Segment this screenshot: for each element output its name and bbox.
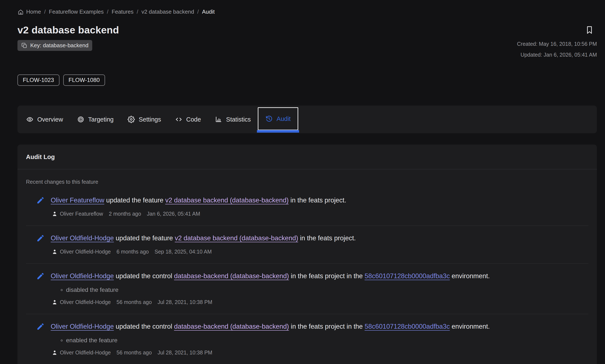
- breadcrumb-item-featureflow-examples[interactable]: Featureflow Examples: [49, 9, 104, 15]
- meta-timestamp: Jan 6, 2026, 05:41 AM: [147, 211, 200, 217]
- audit-log-subtitle: Recent changes to this feature: [26, 179, 588, 185]
- tab-label: Targeting: [88, 116, 114, 123]
- tab-overview[interactable]: Overview: [19, 105, 70, 133]
- tab-bar: OverviewTargetingSettingsCodeStatisticsA…: [17, 105, 597, 133]
- tag-flow-1080[interactable]: FLOW-1080: [63, 75, 105, 86]
- target-icon: [77, 116, 84, 123]
- code-icon: [175, 116, 182, 123]
- audit-entry-text-fragment: updated the feature: [104, 196, 165, 204]
- user-link[interactable]: Oliver Oldfield-Hodge: [51, 272, 114, 280]
- title-row: v2 database backend: [17, 24, 597, 36]
- bookmark-icon: [585, 25, 593, 35]
- meta-age: 2 months ago: [109, 211, 141, 217]
- audit-entry-detail-text: enabled the feature: [66, 337, 117, 344]
- audit-entry: Oliver Oldfield-Hodge updated the contro…: [26, 314, 588, 364]
- tab-code[interactable]: Code: [168, 105, 208, 133]
- audit-entry-meta: Oliver Featureflow 2 months ago Jan 6, 2…: [52, 211, 588, 217]
- breadcrumb-item-features[interactable]: Features: [112, 9, 134, 15]
- audit-log-body: Recent changes to this feature Oliver Fe…: [17, 169, 597, 364]
- eye-icon: [26, 116, 33, 123]
- breadcrumb-label: Featureflow Examples: [49, 9, 104, 15]
- audit-entry-meta-user: Oliver Oldfield-Hodge: [52, 350, 111, 356]
- breadcrumb-label: Home: [26, 9, 41, 15]
- breadcrumb: Home/Featureflow Examples/Features/v2 da…: [17, 0, 597, 15]
- audit-entry-text-fragment: environment.: [450, 272, 490, 280]
- bullet-icon: [61, 339, 63, 341]
- tab-settings[interactable]: Settings: [121, 105, 168, 133]
- pencil-icon: [36, 196, 45, 205]
- meta-timestamp: Sep 18, 2025, 04:10 AM: [155, 249, 212, 255]
- bookmark-button[interactable]: [585, 25, 593, 35]
- feature-link[interactable]: v2 database backend (database-backend): [165, 196, 289, 204]
- audit-entry-text-fragment: updated the control: [114, 323, 174, 330]
- audit-entry-main: Oliver Oldfield-Hodge updated the contro…: [36, 322, 588, 331]
- breadcrumb-item-home[interactable]: Home: [17, 9, 41, 15]
- bullet-icon: [61, 289, 63, 291]
- audit-entry-text-fragment: updated the feature: [114, 234, 175, 242]
- audit-entry-detail: enabled the feature: [61, 337, 588, 344]
- audit-entry-text-fragment: environment.: [450, 323, 490, 330]
- tab-audit[interactable]: Audit: [258, 107, 298, 130]
- audit-entry: Oliver Oldfield-Hodge updated the contro…: [26, 263, 588, 314]
- audit-entry-meta: Oliver Oldfield-Hodge 6 months ago Sep 1…: [52, 249, 588, 255]
- feature-link[interactable]: v2 database backend (database-backend): [175, 234, 298, 242]
- timestamps: Created: May 16, 2018, 10:56 PM Updated:…: [517, 41, 597, 58]
- page-title: v2 database backend: [17, 24, 119, 36]
- meta-user-name: Oliver Featureflow: [60, 211, 103, 217]
- audit-entry-meta: Oliver Oldfield-Hodge 56 months ago Jul …: [52, 299, 588, 305]
- breadcrumb-item-v2-database-backend[interactable]: v2 database backend: [141, 9, 194, 15]
- audit-entry-text-fragment: in the feats project.: [298, 234, 356, 242]
- breadcrumb-label: Audit: [202, 9, 215, 15]
- gear-icon: [128, 116, 135, 123]
- audit-entry-text-fragment: updated the control: [114, 272, 174, 280]
- meta-age: 56 months ago: [117, 299, 152, 305]
- breadcrumb-separator: /: [197, 9, 199, 15]
- history-icon: [265, 115, 273, 122]
- tab-targeting[interactable]: Targeting: [70, 105, 121, 133]
- meta-age: 6 months ago: [117, 249, 149, 255]
- created-timestamp: Created: May 16, 2018, 10:56 PM: [517, 41, 597, 47]
- audit-entry-text-fragment: in the feats project.: [289, 196, 346, 204]
- tab-statistics[interactable]: Statistics: [208, 105, 258, 133]
- person-icon: [52, 350, 57, 355]
- audit-entry-main: Oliver Oldfield-Hodge updated the featur…: [36, 234, 588, 243]
- feature-link[interactable]: database-backend (database-backend): [174, 272, 289, 280]
- audit-entry-main: Oliver Oldfield-Hodge updated the contro…: [36, 271, 588, 281]
- home-icon: [17, 9, 24, 15]
- audit-entry-text: Oliver Featureflow updated the feature v…: [51, 196, 346, 205]
- audit-entry-text-fragment: in the feats project in the: [289, 272, 364, 280]
- audit-entry-text: Oliver Oldfield-Hodge updated the contro…: [51, 322, 490, 331]
- tag-list: FLOW-1023FLOW-1080: [17, 75, 597, 86]
- audit-entry-main: Oliver Featureflow updated the feature v…: [36, 196, 588, 205]
- pencil-icon: [36, 234, 45, 243]
- meta-user-name: Oliver Oldfield-Hodge: [60, 249, 111, 255]
- audit-log-title: Audit Log: [26, 154, 588, 160]
- meta-row: Key: database-backend Created: May 16, 2…: [17, 40, 597, 58]
- meta-user-name: Oliver Oldfield-Hodge: [60, 299, 111, 305]
- tab-label: Code: [186, 116, 201, 123]
- breadcrumb-label: Features: [112, 9, 134, 15]
- breadcrumb-separator: /: [107, 9, 108, 15]
- person-icon: [52, 249, 57, 255]
- feature-link[interactable]: database-backend (database-backend): [174, 323, 289, 330]
- environment-link[interactable]: 58c60107128cb0000adfba3c: [364, 323, 450, 330]
- breadcrumb-label: v2 database backend: [141, 9, 194, 15]
- audit-entry-text-fragment: in the feats project in the: [289, 323, 364, 330]
- bar-chart-icon: [215, 116, 222, 123]
- tag-flow-1023[interactable]: FLOW-1023: [17, 75, 59, 86]
- meta-user-name: Oliver Oldfield-Hodge: [60, 350, 111, 356]
- environment-link[interactable]: 58c60107128cb0000adfba3c: [364, 272, 450, 280]
- audit-entry: Oliver Featureflow updated the feature v…: [26, 188, 588, 225]
- audit-entry-meta-user: Oliver Oldfield-Hodge: [52, 299, 111, 305]
- audit-log-header: Audit Log: [17, 144, 597, 169]
- audit-entry-meta-user: Oliver Featureflow: [52, 211, 103, 217]
- key-badge[interactable]: Key: database-backend: [17, 40, 92, 51]
- meta-timestamp: Jul 28, 2021, 10:38 PM: [157, 299, 212, 305]
- audit-entry: Oliver Oldfield-Hodge updated the featur…: [26, 225, 588, 263]
- user-link[interactable]: Oliver Oldfield-Hodge: [51, 323, 114, 330]
- audit-entry-detail-text: disabled the feature: [66, 286, 119, 293]
- user-link[interactable]: Oliver Oldfield-Hodge: [51, 234, 114, 242]
- tab-label: Statistics: [226, 116, 251, 123]
- audit-entry-text: Oliver Oldfield-Hodge updated the contro…: [51, 272, 490, 281]
- user-link[interactable]: Oliver Featureflow: [51, 196, 104, 204]
